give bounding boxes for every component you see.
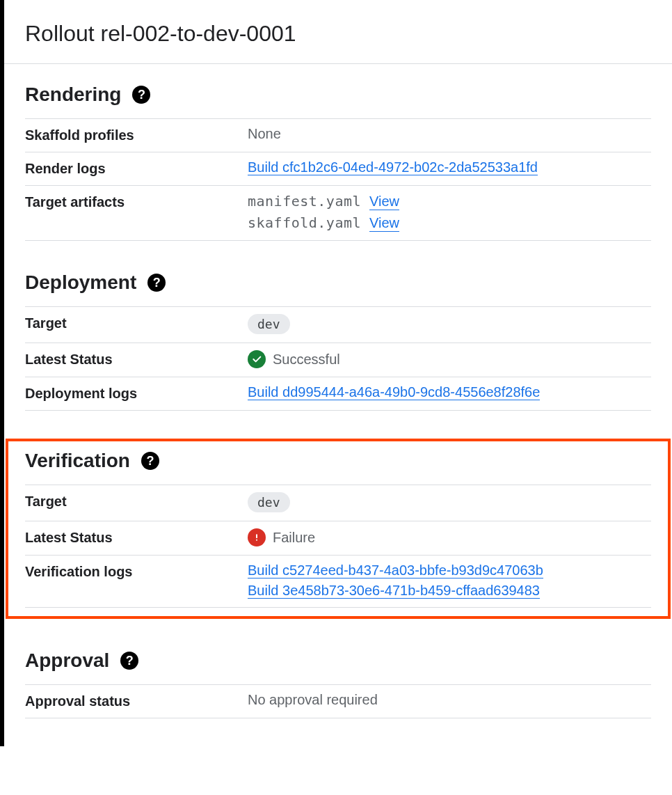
verification-status-value: Failure <box>273 530 315 546</box>
deployment-status-label: Latest Status <box>25 350 248 368</box>
verification-logs-label: Verification logs <box>25 562 248 580</box>
check-circle-icon <box>248 350 266 368</box>
row-target-artifacts: Target artifacts manifest.yaml View skaf… <box>25 186 651 241</box>
row-deployment-logs: Deployment logs Build dd995444-a46a-49b0… <box>25 377 651 411</box>
deployment-logs-label: Deployment logs <box>25 384 248 402</box>
skaffold-profiles-value: None <box>248 126 651 142</box>
page-title: Rollout rel-002-to-dev-0001 <box>25 21 651 47</box>
approval-status-label: Approval status <box>25 692 248 709</box>
help-icon[interactable]: ? <box>120 652 138 670</box>
row-render-logs: Render logs Build cfc1b2c6-04ed-4972-b02… <box>25 152 651 186</box>
row-verification-target: Target dev <box>25 485 651 521</box>
verification-status-label: Latest Status <box>25 528 248 546</box>
verification-highlight: Verification ? Target dev Latest Status … <box>6 439 671 619</box>
row-approval-status: Approval status No approval required <box>25 685 651 718</box>
skaffold-profiles-label: Skaffold profiles <box>25 126 248 143</box>
artifact-item: skaffold.yaml View <box>248 214 651 232</box>
artifact-item: manifest.yaml View <box>248 193 651 210</box>
approval-status-value: No approval required <box>248 692 651 708</box>
row-deployment-status: Latest Status Successful <box>25 343 651 377</box>
render-logs-link[interactable]: Build cfc1b2c6-04ed-4972-b02c-2da52533a1… <box>248 159 538 175</box>
help-icon[interactable]: ? <box>132 86 150 104</box>
section-rendering: Rendering ? Skaffold profiles None Rende… <box>25 84 651 241</box>
approval-heading: Approval <box>25 650 109 672</box>
verification-target-label: Target <box>25 492 248 510</box>
artifact-file: manifest.yaml <box>248 193 361 210</box>
svg-rect-0 <box>256 534 257 538</box>
artifact-view-link[interactable]: View <box>369 194 399 210</box>
deployment-target-label: Target <box>25 314 248 331</box>
verification-heading: Verification <box>25 450 130 472</box>
svg-rect-1 <box>256 540 257 541</box>
artifact-view-link[interactable]: View <box>369 215 399 232</box>
verification-log-link[interactable]: Build c5274eed-b437-4a03-bbfe-b93d9c4706… <box>248 562 543 578</box>
help-icon[interactable]: ? <box>147 274 166 292</box>
section-approval: Approval ? Approval status No approval r… <box>25 650 651 718</box>
row-deployment-target: Target dev <box>25 307 651 343</box>
section-deployment: Deployment ? Target dev Latest Status Su… <box>25 271 651 411</box>
target-artifacts-label: Target artifacts <box>25 193 248 210</box>
artifact-file: skaffold.yaml <box>248 214 361 231</box>
rendering-heading: Rendering <box>25 84 121 106</box>
error-circle-icon <box>248 528 266 546</box>
verification-log-link[interactable]: Build 3e458b73-30e6-471b-b459-cffaad6394… <box>248 583 540 599</box>
divider <box>4 63 672 64</box>
deployment-heading: Deployment <box>25 271 136 294</box>
deployment-logs-link[interactable]: Build dd995444-a46a-49b0-9cd8-4556e8f28f… <box>248 384 540 400</box>
section-verification: Verification ? Target dev Latest Status … <box>25 450 651 608</box>
row-verification-status: Latest Status Failure <box>25 521 651 556</box>
row-skaffold-profiles: Skaffold profiles None <box>25 119 651 152</box>
target-chip: dev <box>248 314 290 334</box>
row-verification-logs: Verification logs Build c5274eed-b437-4a… <box>25 556 651 608</box>
render-logs-label: Render logs <box>25 159 248 177</box>
help-icon[interactable]: ? <box>141 452 159 470</box>
deployment-status-value: Successful <box>273 352 340 368</box>
target-chip: dev <box>248 492 290 512</box>
